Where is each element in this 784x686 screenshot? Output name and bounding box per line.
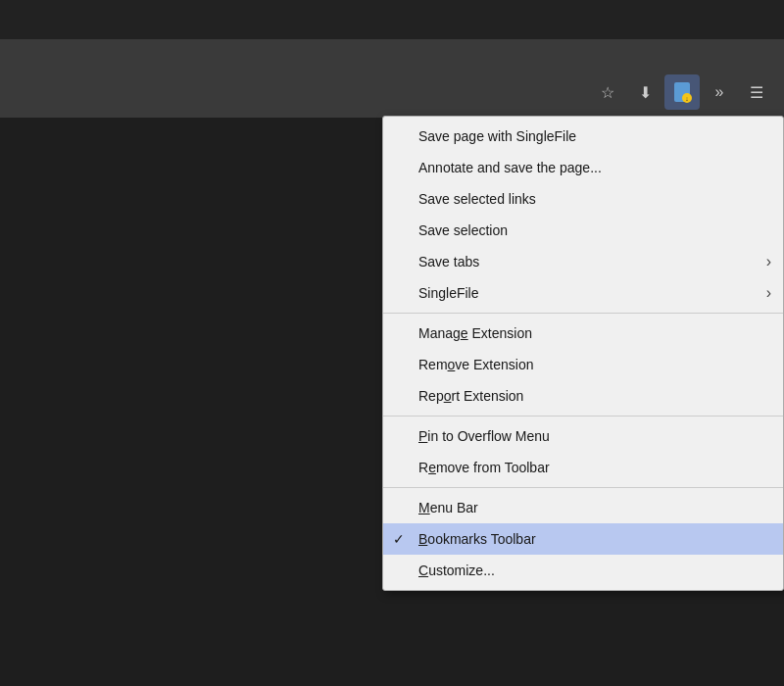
context-menu: Save page with SingleFile Annotate and s… bbox=[382, 116, 784, 591]
save-selection-label: Save selection bbox=[418, 222, 508, 238]
menu-item-customize[interactable]: Customize... bbox=[383, 555, 783, 586]
singlefile-icon bbox=[672, 81, 692, 103]
menu-item-remove-extension[interactable]: Remove Extension bbox=[383, 349, 783, 380]
annotate-save-label: Annotate and save the page... bbox=[418, 160, 602, 175]
download-icon: ⬇ bbox=[639, 83, 652, 102]
bookmark-icon: ☆ bbox=[601, 83, 614, 102]
menu-button[interactable]: ☰ bbox=[739, 74, 774, 110]
menu-item-singlefile-submenu[interactable]: SingleFile bbox=[383, 277, 783, 309]
singlefile-submenu-label: SingleFile bbox=[418, 285, 478, 301]
customize-label: Customize... bbox=[418, 563, 495, 578]
separator-2 bbox=[383, 416, 783, 416]
save-selected-links-label: Save selected links bbox=[418, 191, 536, 207]
menu-item-save-selected-links[interactable]: Save selected links bbox=[383, 183, 783, 215]
menu-item-pin-overflow[interactable]: Pin to Overflow Menu bbox=[383, 420, 783, 452]
menu-item-save-selection[interactable]: Save selection bbox=[383, 215, 783, 246]
pin-overflow-label: Pin to Overflow Menu bbox=[418, 428, 550, 444]
singlefile-badge bbox=[682, 93, 692, 103]
bookmark-button[interactable]: ☆ bbox=[590, 74, 625, 110]
remove-toolbar-label: Remove from Toolbar bbox=[418, 460, 550, 475]
menu-item-remove-toolbar[interactable]: Remove from Toolbar bbox=[383, 452, 783, 483]
menu-item-save-tabs[interactable]: Save tabs bbox=[383, 246, 783, 277]
hamburger-icon: ☰ bbox=[750, 83, 763, 102]
manage-extension-label: Manage Extension bbox=[418, 325, 532, 341]
menu-item-manage-extension[interactable]: Manage Extension bbox=[383, 318, 783, 349]
remove-extension-label: Remove Extension bbox=[418, 357, 534, 372]
separator-1 bbox=[383, 313, 783, 314]
menu-item-bookmarks-toolbar[interactable]: Bookmarks Toolbar bbox=[383, 523, 783, 555]
overflow-button[interactable]: » bbox=[702, 74, 737, 110]
singlefile-button[interactable] bbox=[664, 74, 700, 110]
menu-item-report-extension[interactable]: Report Extension bbox=[383, 380, 783, 412]
toolbar-buttons: ☆ ⬇ » ☰ bbox=[590, 74, 774, 110]
browser-toolbar: ☆ ⬇ » ☰ bbox=[0, 0, 784, 118]
save-tabs-label: Save tabs bbox=[418, 254, 479, 270]
download-button[interactable]: ⬇ bbox=[627, 74, 662, 110]
menu-item-menu-bar[interactable]: Menu Bar bbox=[383, 492, 783, 523]
top-bar bbox=[0, 0, 784, 39]
menu-bar-label: Menu Bar bbox=[418, 500, 478, 515]
save-page-label: Save page with SingleFile bbox=[418, 128, 576, 144]
bookmarks-toolbar-label: Bookmarks Toolbar bbox=[418, 531, 536, 547]
report-extension-label: Report Extension bbox=[418, 388, 523, 404]
menu-item-annotate-save[interactable]: Annotate and save the page... bbox=[383, 152, 783, 183]
separator-3 bbox=[383, 487, 783, 488]
menu-item-save-page[interactable]: Save page with SingleFile bbox=[383, 121, 783, 152]
overflow-icon: » bbox=[715, 83, 724, 101]
